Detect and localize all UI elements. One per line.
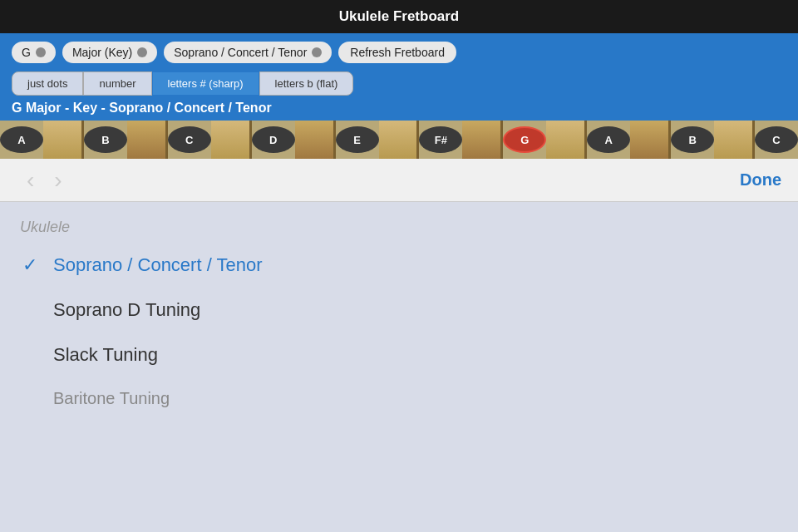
tuning-label: Soprano / Concert / Tenor: [174, 46, 307, 59]
fret-note-7: A: [587, 126, 630, 153]
key-type-dot: [137, 47, 147, 57]
nav-bar: ‹ › Done: [0, 159, 798, 202]
segmented-control: just dots number letters # (sharp) lette…: [12, 71, 786, 96]
dropdown-item-0[interactable]: ✓ Soprano / Concert / Tenor: [0, 243, 798, 288]
title-bar: Ukulele Fretboard: [0, 0, 798, 33]
fret-seg-2: [211, 121, 252, 159]
dropdown-area: Ukulele ✓ Soprano / Concert / Tenor Sopr…: [0, 202, 798, 532]
dropdown-section-label: Ukulele: [0, 202, 798, 243]
dropdown-item-label-3: Baritone Tuning: [53, 389, 170, 408]
fret-seg-7: [630, 121, 671, 159]
refresh-button[interactable]: Refresh Fretboard: [338, 42, 456, 63]
seg-just-dots[interactable]: just dots: [12, 71, 83, 96]
key-label: G: [22, 46, 31, 59]
fret-seg-6: [546, 121, 587, 159]
dropdown-item-label-1: Soprano D Tuning: [53, 299, 200, 321]
fret-note-8: B: [671, 126, 714, 153]
fret-note-5: F#: [419, 126, 462, 153]
fret-note-3: D: [252, 126, 295, 153]
fret-seg-5: [462, 121, 503, 159]
done-button[interactable]: Done: [740, 170, 781, 190]
fret-seg-1: [127, 121, 168, 159]
fret-note-6: G: [503, 126, 546, 153]
dropdown-item-label-2: Slack Tuning: [53, 344, 158, 366]
dropdown-item-3[interactable]: Baritone Tuning: [0, 377, 798, 420]
key-type-label: Major (Key): [72, 46, 132, 59]
back-arrow[interactable]: ‹: [17, 167, 44, 194]
seg-letters-sharp[interactable]: letters # (sharp): [152, 71, 259, 96]
seg-letters-flat[interactable]: letters b (flat): [259, 71, 354, 96]
key-label-bar: G Major - Key - Soprano / Concert / Teno…: [0, 96, 798, 121]
fretboard: A B C D E F# G A B C: [0, 121, 798, 159]
title-bar-text: Ukulele Fretboard: [339, 8, 460, 25]
key-type-button[interactable]: Major (Key): [62, 42, 157, 63]
fret-seg-0: [43, 121, 84, 159]
fret-note-0: A: [0, 126, 43, 153]
check-icon-0: ✓: [20, 254, 40, 276]
fret-note-2: C: [168, 126, 211, 153]
seg-number[interactable]: number: [83, 71, 151, 96]
tuning-button[interactable]: Soprano / Concert / Tenor: [164, 42, 332, 63]
key-button[interactable]: G: [12, 42, 56, 63]
tuning-dot: [312, 47, 322, 57]
fret-note-4: E: [336, 126, 379, 153]
controls-area: G Major (Key) Soprano / Concert / Tenor …: [0, 33, 798, 96]
key-dot: [36, 47, 46, 57]
fret-seg-4: [379, 121, 420, 159]
fret-note-1: B: [84, 126, 127, 153]
fret-seg-3: [295, 121, 336, 159]
dropdown-item-label-0: Soprano / Concert / Tenor: [53, 254, 263, 276]
dropdown-item-2[interactable]: Slack Tuning: [0, 332, 798, 377]
fret-note-9: C: [755, 126, 798, 153]
forward-arrow[interactable]: ›: [44, 167, 71, 194]
dropdown-item-1[interactable]: Soprano D Tuning: [0, 288, 798, 332]
fret-seg-8: [714, 121, 755, 159]
